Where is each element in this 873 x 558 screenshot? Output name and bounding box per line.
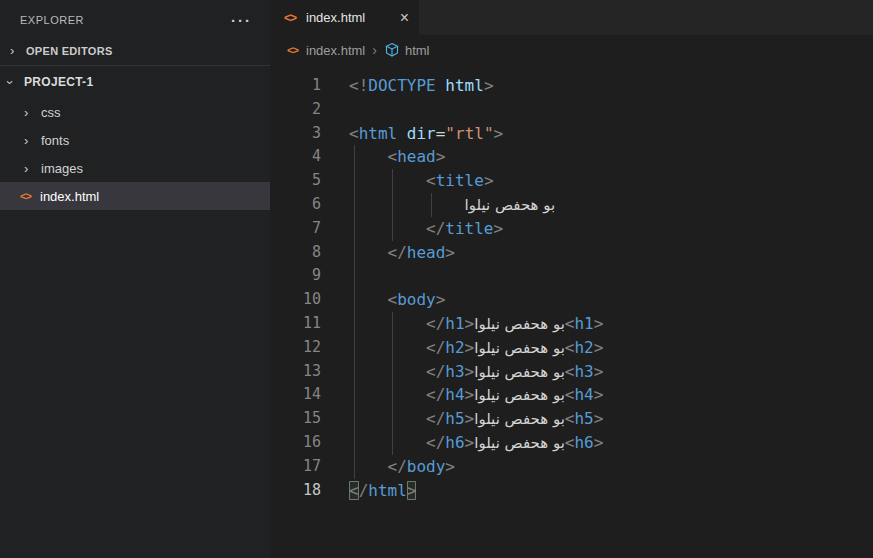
persian-text: اولین صفحه وب [474, 363, 565, 381]
indent-guide [354, 145, 355, 478]
persian-text: اولین صفحه وب [465, 196, 556, 214]
line-number: 11 [270, 312, 321, 336]
project-label: PROJECT-1 [24, 75, 93, 89]
code-line[interactable]: 7 </title> [270, 217, 873, 241]
code-line-content: </body> [349, 455, 455, 479]
line-number: 2 [270, 98, 321, 122]
code-line-content: </h5>اولین صفحه وب<h5> [349, 407, 603, 431]
tree-item-label: images [41, 161, 83, 176]
line-number: 17 [270, 455, 321, 479]
explorer-title: EXPLORER [20, 14, 84, 26]
sidebar-item-css[interactable]: ›css [0, 98, 270, 126]
sidebar-item-index-html[interactable]: <>index.html [0, 182, 270, 210]
chevron-right-icon: › [24, 105, 41, 120]
html-file-icon: <> [20, 190, 40, 202]
code-line[interactable]: 16 </h6>اولین صفحه وب<h6> [270, 431, 873, 455]
code-line[interactable]: 13 </h3>اولین صفحه وب<h3> [270, 360, 873, 384]
code-line-content: <body> [349, 288, 445, 312]
breadcrumb-item-file[interactable]: index.html [306, 43, 365, 58]
close-icon[interactable]: × [400, 10, 409, 26]
code-line-content: </title> [349, 217, 503, 241]
tree-item-label: fonts [41, 133, 69, 148]
code-line-content: </h1>اولین صفحه وب<h1> [349, 312, 603, 336]
line-number: 10 [270, 288, 321, 312]
chevron-down-icon: › [8, 75, 22, 90]
code-line[interactable]: 5 <title> [270, 169, 873, 193]
code-line-content: </html> [349, 479, 416, 503]
line-number: 5 [270, 169, 321, 193]
tab-label: index.html [306, 10, 365, 25]
chevron-right-icon: › [10, 43, 24, 58]
open-editors-section[interactable]: › OPEN EDITORS [0, 38, 270, 63]
code-line[interactable]: 14 </h4>اولین صفحه وب<h4> [270, 383, 873, 407]
code-line[interactable]: 12 </h2>اولین صفحه وب<h2> [270, 336, 873, 360]
code-line[interactable]: 8 </head> [270, 241, 873, 265]
code-line[interactable]: 11 </h1>اولین صفحه وب<h1> [270, 312, 873, 336]
code-line[interactable]: 18</html> [270, 479, 873, 503]
code-line-content: <head> [349, 145, 445, 169]
vscode-window: EXPLORER ··· › OPEN EDITORS › PROJECT-1 … [0, 0, 873, 558]
chevron-right-icon: › [24, 133, 41, 148]
persian-text: اولین صفحه وب [474, 339, 565, 357]
persian-text: اولین صفحه وب [474, 434, 565, 452]
line-number: 9 [270, 264, 321, 288]
code-line-content: </h6>اولین صفحه وب<h6> [349, 431, 603, 455]
code-line-content: <!DOCTYPE html> [349, 74, 494, 98]
line-number: 6 [270, 193, 321, 217]
sidebar-header: EXPLORER ··· [0, 0, 270, 38]
tree-item-label: css [41, 105, 61, 120]
html-file-icon: <> [287, 44, 306, 56]
persian-text: اولین صفحه وب [474, 410, 565, 428]
chevron-right-icon: › [24, 161, 41, 176]
persian-text: اولین صفحه وب [474, 315, 565, 333]
code-line[interactable]: 2 [270, 98, 873, 122]
line-number: 12 [270, 336, 321, 360]
code-line[interactable]: 6 اولین صفحه وب [270, 193, 873, 217]
line-number: 14 [270, 383, 321, 407]
project-section[interactable]: › PROJECT-1 [0, 66, 270, 98]
code-line-content: </h4>اولین صفحه وب<h4> [349, 383, 603, 407]
tab-index-html[interactable]: <> index.html × [270, 0, 419, 35]
code-line[interactable]: 9 [270, 264, 873, 288]
breadcrumb-item-symbol[interactable]: html [405, 43, 430, 58]
line-number: 7 [270, 217, 321, 241]
line-number: 18 [270, 479, 321, 503]
line-number: 8 [270, 241, 321, 265]
code-line[interactable]: 15 </h5>اولین صفحه وب<h5> [270, 407, 873, 431]
code-line[interactable]: 4 <head> [270, 145, 873, 169]
explorer-sidebar: EXPLORER ··· › OPEN EDITORS › PROJECT-1 … [0, 0, 270, 558]
code-editor[interactable]: 1<!DOCTYPE html>23<html dir="rtl">4 <hea… [270, 65, 873, 502]
indent-guide [431, 193, 432, 217]
sidebar-item-fonts[interactable]: ›fonts [0, 126, 270, 154]
code-line-content: </h2>اولین صفحه وب<h2> [349, 336, 603, 360]
chevron-separator-icon: › [372, 42, 377, 58]
line-number: 15 [270, 407, 321, 431]
breadcrumb: <> index.html › html [270, 35, 873, 65]
html-file-icon: <> [284, 11, 306, 25]
code-line[interactable]: 10 <body> [270, 288, 873, 312]
code-line-content: <html dir="rtl"> [349, 122, 503, 146]
indent-guide [392, 169, 393, 240]
code-line-content: <title> [349, 169, 494, 193]
code-line-content: </head> [349, 241, 455, 265]
code-line[interactable]: 1<!DOCTYPE html> [270, 74, 873, 98]
code-line-content: </h3>اولین صفحه وب<h3> [349, 360, 603, 384]
code-line-content: اولین صفحه وب [349, 193, 555, 217]
code-line[interactable]: 3<html dir="rtl"> [270, 122, 873, 146]
more-actions-icon[interactable]: ··· [231, 12, 252, 29]
line-number: 3 [270, 122, 321, 146]
persian-text: اولین صفحه وب [474, 386, 565, 404]
line-number: 13 [270, 360, 321, 384]
tree-item-label: index.html [40, 189, 99, 204]
symbol-cube-icon [384, 42, 400, 58]
open-editors-label: OPEN EDITORS [26, 45, 113, 57]
sidebar-item-images[interactable]: ›images [0, 154, 270, 182]
indent-guide [392, 312, 393, 455]
file-tree: ›css›fonts›images<>index.html [0, 98, 270, 210]
line-number: 4 [270, 145, 321, 169]
tab-bar: <> index.html × [270, 0, 873, 35]
line-number: 1 [270, 74, 321, 98]
line-number: 16 [270, 431, 321, 455]
editor-group: <> index.html × <> index.html › html 1<!… [270, 0, 873, 558]
code-line[interactable]: 17 </body> [270, 455, 873, 479]
